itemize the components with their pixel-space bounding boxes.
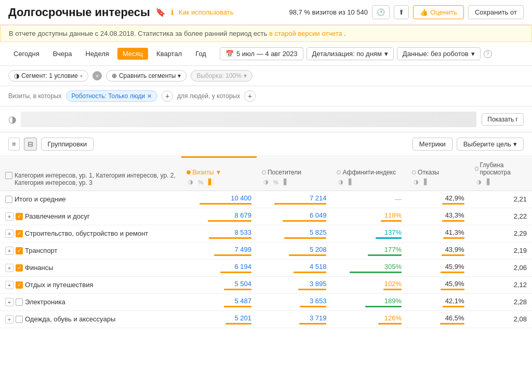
bar-icon-visits[interactable]: ▋	[206, 178, 215, 186]
row-checkbox[interactable]	[5, 196, 12, 203]
row-checkbox[interactable]: ✓	[16, 230, 23, 237]
visits-value: 5 504	[234, 280, 251, 288]
add-people-filter-button[interactable]: +	[244, 90, 256, 102]
segment-close-button[interactable]: ×	[92, 71, 102, 80]
radio-visits[interactable]	[187, 170, 191, 174]
affinity-value: —	[395, 195, 402, 203]
table-toolbar: ≡ ⊟ Группировки Метрики Выберите цель ▾	[0, 132, 532, 156]
table-bar-view-button[interactable]: ⊟	[24, 138, 37, 151]
filter-remove-icon[interactable]: ✕	[147, 93, 152, 100]
chart-icon: ◑	[8, 114, 17, 125]
expand-button[interactable]: +	[5, 212, 14, 221]
robots-button[interactable]: Данные: без роботов ▾	[397, 47, 481, 60]
radio-affinity[interactable]	[337, 170, 341, 174]
radio-bounces[interactable]	[412, 170, 416, 174]
visitors-value: 3 895	[310, 280, 327, 288]
radio-visitors[interactable]	[262, 170, 266, 174]
goal-button[interactable]: Выберите цель ▾	[457, 138, 524, 151]
table-view-button[interactable]: ≡	[8, 138, 20, 151]
radio-depth[interactable]	[475, 167, 478, 171]
bounces-value: 42,1%	[445, 297, 464, 305]
share-button[interactable]: ⬆	[394, 5, 409, 19]
bar-icon-bounces[interactable]: ▋	[422, 178, 430, 186]
expand-button[interactable]: +	[5, 264, 14, 272]
period-week[interactable]: Неделя	[81, 48, 114, 60]
controls-row: Сегодня Вчера Неделя Месяц Квартал Год 📅…	[0, 42, 532, 66]
expand-button[interactable]: +	[5, 315, 14, 323]
name-cell: + ✓ Развлечения и досуг	[0, 208, 181, 225]
show-chart-button[interactable]: Показать г	[482, 113, 524, 126]
pie-icon-depth[interactable]: ◑	[475, 178, 483, 186]
period-yesterday[interactable]: Вчера	[48, 48, 77, 60]
depth-value: 2,28	[514, 298, 527, 306]
visits-bar	[214, 254, 251, 256]
visits-bar	[224, 289, 251, 290]
date-range-button[interactable]: 📅 5 июл — 4 авг 2023	[220, 47, 303, 60]
depth-cell: 2,29	[470, 225, 532, 242]
expand-button[interactable]: +	[5, 229, 14, 238]
old-version-link[interactable]: в старой версии отчета	[269, 30, 342, 37]
affinity-bar	[378, 323, 402, 325]
clock-button[interactable]: 🕐	[372, 5, 390, 19]
segment-tag[interactable]: ◑ Сегмент: 1 условие ▾	[8, 70, 88, 82]
filter-tag[interactable]: Роботность: Только люди ✕	[66, 90, 158, 102]
visits-cell: 7 499	[181, 242, 257, 259]
rate-button[interactable]: 👍 Оценить	[413, 5, 464, 19]
expand-button[interactable]: +	[5, 281, 14, 289]
visits-bar	[220, 272, 251, 273]
visitors-cell: 5 825	[257, 225, 332, 242]
add-filter-button[interactable]: +	[162, 90, 173, 102]
depth-value: 2,22	[514, 212, 527, 220]
bounces-cell: 43,3%	[407, 208, 469, 225]
bar-icon-visitors[interactable]: ▋	[282, 178, 290, 186]
row-checkbox[interactable]: ✓	[16, 247, 23, 254]
bounces-bar	[441, 272, 464, 273]
pie-icon-bounces[interactable]: ◑	[412, 178, 420, 186]
row-checkbox[interactable]: ✓	[16, 213, 23, 220]
percent-icon-visitors[interactable]: %	[272, 178, 280, 186]
how-to-use-link[interactable]: Как использовать	[179, 8, 234, 16]
percent-icon-visits[interactable]: %	[196, 178, 205, 186]
groupings-button[interactable]: Группировки	[41, 138, 94, 151]
data-table: Категория интересов, ур. 1, Категория ин…	[0, 156, 532, 328]
depth-cell: 2,22	[470, 208, 532, 225]
depth-cell: 2,12	[470, 276, 532, 293]
pie-icon-affinity[interactable]: ◑	[337, 178, 345, 186]
row-name: Строительство, обустройство и ремонт	[25, 229, 148, 237]
visits-bar	[208, 220, 251, 222]
th-name: Категория интересов, ур. 1, Категория ин…	[0, 157, 181, 191]
row-checkbox[interactable]	[16, 316, 23, 323]
compare-button[interactable]: ⊕ Сравнить сегменты ▾	[106, 70, 187, 82]
bounces-bar	[443, 237, 464, 239]
metrics-button[interactable]: Метрики	[413, 138, 453, 151]
depth-cell: 2,21	[470, 191, 532, 208]
visits-cell: 10 400	[181, 191, 257, 208]
pie-icon-visitors[interactable]: ◑	[262, 178, 270, 186]
expand-button[interactable]: +	[5, 247, 14, 255]
depth-value: 2,29	[514, 229, 527, 237]
sample-button[interactable]: Выборка: 100% ▾	[191, 70, 252, 82]
table-row: + ✓ Развлечения и досуг 8 679 6 049 118%…	[0, 208, 532, 225]
pie-icon-visits[interactable]: ◑	[187, 178, 195, 186]
expand-button[interactable]: +	[5, 298, 14, 306]
for-people-label: для людей, у которых	[177, 92, 240, 100]
affinity-cell: 189%	[331, 293, 407, 310]
row-checkbox[interactable]: ✓	[16, 264, 23, 272]
header-checkbox[interactable]	[5, 172, 12, 179]
affinity-cell: 102%	[331, 276, 407, 293]
name-cell: + Одежда, обувь и аксессуары	[0, 310, 181, 328]
period-month[interactable]: Месяц	[117, 48, 148, 60]
row-checkbox[interactable]	[16, 299, 23, 306]
detail-button[interactable]: Детализация: по дням ▾	[307, 47, 394, 60]
period-quarter[interactable]: Квартал	[151, 48, 187, 60]
bookmark-icon[interactable]: 🔖	[155, 7, 166, 17]
period-year[interactable]: Год	[190, 48, 211, 60]
visits-cell: 8 533	[181, 225, 257, 242]
bar-icon-depth[interactable]: ▋	[485, 178, 493, 186]
bar-icon-affinity[interactable]: ▋	[347, 178, 355, 186]
row-checkbox[interactable]: ✓	[16, 281, 23, 289]
help-icon[interactable]: ?	[484, 50, 492, 58]
period-today[interactable]: Сегодня	[8, 48, 45, 60]
save-button[interactable]: Сохранить от	[468, 5, 524, 19]
affinity-bar	[368, 254, 402, 256]
